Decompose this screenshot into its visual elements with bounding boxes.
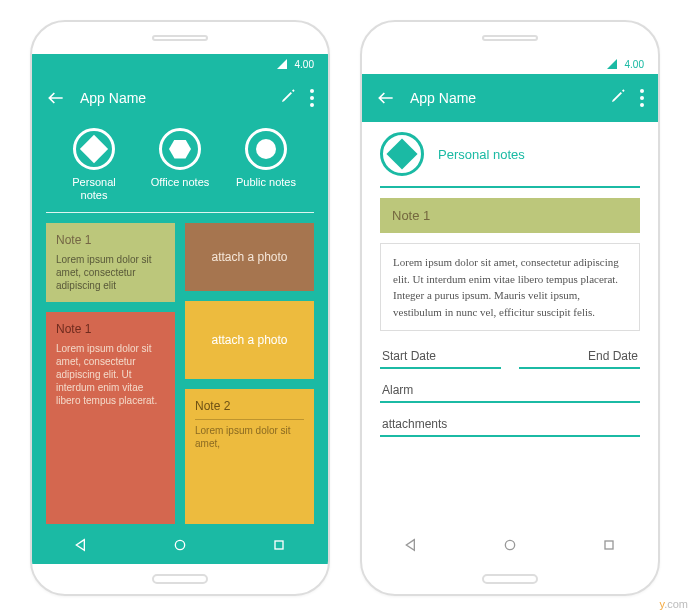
start-date-field[interactable]: Start Date: [380, 345, 501, 369]
status-bar: 4.00: [32, 54, 328, 74]
category-personal[interactable]: Personal notes: [63, 128, 125, 202]
nav-back-icon[interactable]: [73, 537, 89, 557]
app-title: App Name: [80, 90, 266, 106]
app-bar: App Name: [32, 74, 328, 122]
category-label: Personal notes: [63, 176, 125, 202]
diamond-icon: [80, 135, 108, 163]
note-card[interactable]: Note 1 Lorem ipsum dolor sit amet, conse…: [46, 312, 175, 524]
back-button[interactable]: [376, 88, 396, 108]
attachments-field[interactable]: attachments: [380, 413, 640, 437]
android-nav-bar: [362, 530, 658, 564]
category-name: Personal notes: [438, 147, 525, 162]
app-bar: App Name: [362, 74, 658, 122]
svg-point-2: [175, 540, 184, 549]
hexagon-icon: [169, 140, 191, 159]
category-label: Office notes: [151, 176, 210, 189]
phone-home-area: [32, 564, 328, 594]
phone-home-area: [362, 564, 658, 594]
note-body-field[interactable]: Lorem ipsum dolor sit amet, consectetur …: [380, 243, 640, 331]
phone-speaker-area: [362, 22, 658, 54]
diamond-icon: [386, 138, 417, 169]
nav-recent-icon[interactable]: [601, 537, 617, 557]
android-nav-bar: [32, 530, 328, 564]
phone-mockup-list: 4.00 App Name Personal notes Office note…: [30, 20, 330, 596]
attach-label: attach a photo: [211, 250, 287, 266]
nav-home-icon[interactable]: [502, 537, 518, 557]
nav-back-icon[interactable]: [403, 537, 419, 557]
content-area: Personal notes Note 1 Lorem ipsum dolor …: [362, 122, 658, 530]
category-label: Public notes: [236, 176, 296, 189]
note-card[interactable]: Note 2 Lorem ipsum dolor sit amet,: [185, 389, 314, 524]
category-badge: [380, 132, 424, 176]
overflow-menu-icon[interactable]: [640, 89, 644, 107]
nav-recent-icon[interactable]: [271, 537, 287, 557]
svg-rect-7: [605, 541, 613, 549]
app-title: App Name: [410, 90, 596, 106]
note-body: Lorem ipsum dolor sit amet, consectetur …: [56, 342, 165, 407]
category-public[interactable]: Public notes: [235, 128, 297, 202]
divider: [380, 186, 640, 188]
phone-mockup-detail: 4.00 App Name Personal notes Note 1 Lore…: [360, 20, 660, 596]
status-time: 4.00: [295, 59, 314, 70]
svg-rect-3: [275, 541, 283, 549]
note-title-field[interactable]: Note 1: [380, 198, 640, 233]
back-button[interactable]: [46, 88, 66, 108]
divider: [46, 212, 314, 213]
note-body: Lorem ipsum dolor sit amet,: [195, 424, 304, 450]
note-title: Note 2: [195, 399, 304, 420]
category-row: Personal notes Office notes Public notes: [46, 122, 314, 212]
phone-speaker-area: [32, 22, 328, 54]
note-title: Note 1: [56, 322, 165, 338]
circle-icon: [256, 139, 276, 159]
note-title: Note 1: [56, 233, 165, 249]
svg-point-6: [505, 540, 514, 549]
overflow-menu-icon[interactable]: [310, 89, 314, 107]
watermark: y.com: [659, 598, 688, 610]
signal-icon: [277, 59, 287, 69]
end-date-field[interactable]: End Date: [519, 345, 640, 369]
note-card[interactable]: Note 1 Lorem ipsum dolor sit amet, conse…: [46, 223, 175, 302]
status-bar: 4.00: [362, 54, 658, 74]
edit-icon[interactable]: [280, 88, 296, 108]
attach-photo-card[interactable]: attach a photo: [185, 223, 314, 291]
notes-grid: Note 1 Lorem ipsum dolor sit amet, conse…: [46, 223, 314, 524]
signal-icon: [607, 59, 617, 69]
status-time: 4.00: [625, 59, 644, 70]
nav-home-icon[interactable]: [172, 537, 188, 557]
attach-label: attach a photo: [211, 333, 287, 349]
edit-icon[interactable]: [610, 88, 626, 108]
category-office[interactable]: Office notes: [149, 128, 211, 202]
note-body: Lorem ipsum dolor sit amet, consectetur …: [56, 253, 165, 292]
attach-photo-card[interactable]: attach a photo: [185, 301, 314, 379]
alarm-field[interactable]: Alarm: [380, 379, 640, 403]
note-category-header: Personal notes: [380, 132, 640, 176]
content-area: Personal notes Office notes Public notes…: [32, 122, 328, 530]
